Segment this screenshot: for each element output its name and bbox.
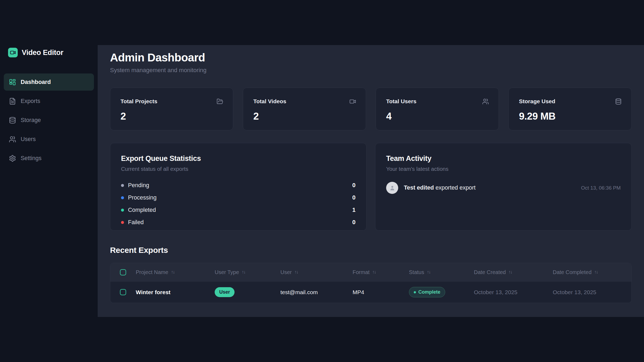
column-header-project-name[interactable]: Project Name↑↓	[136, 269, 215, 275]
card-subtitle: Current status of all exports	[121, 166, 356, 172]
cell-format: MP4	[353, 289, 409, 295]
stat-label: Storage Used	[519, 98, 555, 105]
stat-value: 4	[386, 111, 489, 122]
stat-value: 9.29 MB	[519, 111, 622, 122]
video-editor-logo-icon	[8, 48, 18, 57]
stat-label: Total Videos	[253, 98, 286, 105]
sort-icon: ↑↓	[508, 269, 512, 275]
sidebar-item-users[interactable]: Users	[4, 131, 94, 148]
queue-value: 1	[352, 206, 356, 213]
sidebar-item-storage[interactable]: Storage	[4, 112, 94, 129]
column-header-user-type[interactable]: User Type↑↓	[215, 269, 280, 275]
dashboard-icon	[9, 79, 16, 86]
sidebar-item-label: Storage	[21, 117, 41, 124]
status-dot-icon	[414, 291, 416, 293]
stat-label: Total Projects	[120, 98, 157, 105]
column-header-date-created[interactable]: Date Created↑↓	[474, 269, 553, 275]
column-header-format[interactable]: Format↑↓	[353, 269, 409, 275]
stat-card-total-videos: Total Videos 2	[243, 88, 366, 130]
activity-item: Test edited exported export Oct 13, 06:3…	[386, 182, 621, 194]
completed-dot	[121, 209, 124, 212]
sort-icon: ↑↓	[242, 269, 245, 275]
card-subtitle: Your team's latest actions	[386, 166, 621, 172]
mid-grid: Export Queue Statistics Current status o…	[110, 143, 632, 231]
stat-card-total-users: Total Users 4	[376, 88, 499, 130]
card-title: Export Queue Statistics	[121, 154, 356, 163]
cell-user-type: User	[215, 287, 280, 297]
queue-row-failed: Failed 0	[121, 216, 356, 228]
queue-value: 0	[352, 219, 356, 226]
sort-icon: ↑↓	[594, 269, 598, 275]
table-row: Winter forest User test@mail.com MP4 Com…	[110, 281, 631, 303]
file-text-icon	[9, 98, 16, 105]
stat-value: 2	[253, 111, 356, 122]
queue-label: Processing	[128, 194, 156, 201]
stat-card-total-projects: Total Projects 2	[110, 88, 233, 130]
sidebar-item-label: Users	[21, 136, 36, 143]
card-title: Team Activity	[386, 154, 621, 163]
database-icon	[9, 117, 16, 124]
column-header-date-completed[interactable]: Date Completed↑↓	[553, 269, 631, 275]
sidebar: Video Editor Dashboard Exports Storage	[0, 0, 98, 362]
queue-row-completed: Completed 1	[121, 204, 356, 216]
select-all-checkbox[interactable]	[120, 269, 126, 275]
stat-card-storage-used: Storage Used 9.29 MB	[508, 88, 632, 130]
queue-label: Completed	[128, 207, 156, 213]
sort-icon: ↑↓	[294, 269, 298, 275]
cell-status: Complete	[409, 287, 474, 297]
pending-dot	[121, 184, 124, 187]
queue-value: 0	[352, 182, 356, 189]
queue-row-pending: Pending 0	[121, 179, 356, 191]
sidebar-nav: Dashboard Exports Storage Users	[0, 73, 98, 167]
users-icon	[9, 136, 16, 143]
stats-grid: Total Projects 2 Total Videos 2	[110, 88, 632, 130]
queue-label: Pending	[128, 182, 149, 189]
activity-action: exported export	[436, 184, 475, 191]
team-activity-card: Team Activity Your team's latest actions…	[375, 143, 632, 231]
user-type-badge: User	[215, 287, 235, 297]
sidebar-item-label: Exports	[21, 98, 40, 105]
sidebar-item-dashboard[interactable]: Dashboard	[4, 73, 94, 91]
queue-list: Pending 0 Processing 0 Completed 1 Faile…	[121, 179, 356, 228]
stat-label: Total Users	[386, 98, 416, 105]
cell-date-completed: October 13, 2025	[553, 289, 631, 295]
sidebar-item-settings[interactable]: Settings	[4, 150, 94, 167]
users-icon	[482, 98, 489, 106]
queue-row-processing: Processing 0	[121, 191, 356, 204]
page-title: Admin Dashboard	[110, 52, 632, 64]
cell-project-name: Winter forest	[136, 289, 215, 295]
video-camera-icon	[349, 98, 356, 106]
gear-icon	[9, 155, 16, 162]
cell-user: test@mail.com	[280, 289, 353, 295]
app-logo[interactable]: Video Editor	[8, 48, 98, 57]
app-root: Video Editor Dashboard Exports Storage	[0, 0, 644, 362]
sidebar-item-exports[interactable]: Exports	[4, 93, 94, 110]
queue-label: Failed	[128, 219, 144, 226]
sort-icon: ↑↓	[171, 269, 174, 275]
processing-dot	[121, 196, 124, 199]
sort-icon: ↑↓	[427, 269, 430, 275]
sort-icon: ↑↓	[372, 269, 376, 275]
sidebar-item-label: Settings	[21, 155, 42, 162]
row-checkbox[interactable]	[120, 289, 126, 295]
app-title: Video Editor	[22, 49, 63, 57]
column-header-user[interactable]: User↑↓	[280, 269, 353, 275]
column-header-status[interactable]: Status↑↓	[409, 269, 474, 275]
recent-exports-title: Recent Exports	[110, 246, 632, 255]
database-icon	[615, 98, 622, 106]
export-queue-card: Export Queue Statistics Current status o…	[110, 143, 367, 231]
queue-value: 0	[352, 194, 356, 201]
status-badge: Complete	[409, 287, 445, 297]
avatar	[386, 182, 398, 194]
folder-open-icon	[217, 98, 223, 106]
main-content: Admin Dashboard System management and mo…	[98, 45, 644, 317]
cell-date-created: October 13, 2025	[474, 289, 553, 295]
activity-text: Test edited exported export	[404, 184, 575, 191]
sidebar-item-label: Dashboard	[21, 79, 51, 86]
recent-exports-table: Project Name↑↓ User Type↑↓ User↑↓ Format…	[110, 263, 632, 303]
activity-timestamp: Oct 13, 06:36 PM	[581, 185, 621, 191]
activity-actor: Test edited	[404, 184, 434, 191]
page-subtitle: System management and monitoring	[110, 67, 632, 74]
stat-value: 2	[120, 111, 223, 122]
failed-dot	[121, 221, 124, 224]
